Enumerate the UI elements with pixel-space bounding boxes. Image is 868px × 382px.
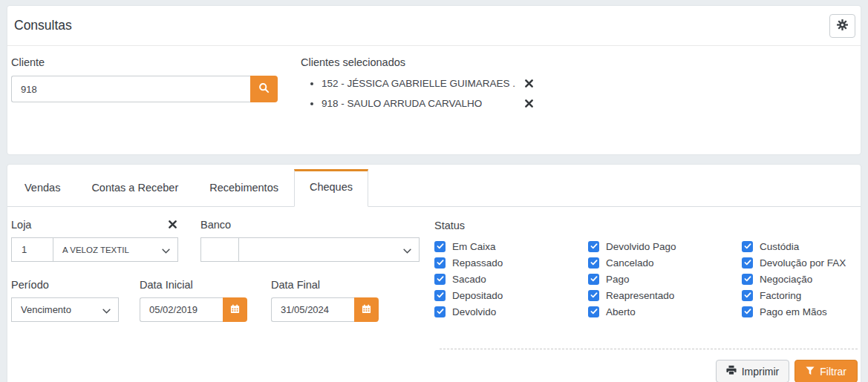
loja-label: Loja <box>11 219 31 231</box>
checkbox-checked-icon[interactable] <box>742 257 753 269</box>
checkbox-devolucao-por-fax[interactable]: Devolução por FAX <box>742 254 868 271</box>
imprimir-button[interactable]: Imprimir <box>716 360 790 382</box>
list-item: 152 - JÉSSICA GABRIELLE GUIMARAES ... <box>322 78 535 89</box>
cliente-label: Cliente <box>11 56 278 68</box>
banco-number-input[interactable] <box>200 237 239 262</box>
checkbox-custodia[interactable]: Custódia <box>742 238 868 254</box>
data-inicial-calendar-button[interactable] <box>223 297 247 322</box>
filters-panel: Vendas Contas a Receber Recebimentos Che… <box>7 165 861 382</box>
calendar-icon <box>230 304 240 316</box>
loja-select-value: A VELOZ TEXTIL <box>62 246 129 254</box>
checkbox-label: Devolvido <box>452 306 496 317</box>
search-button[interactable] <box>250 76 278 102</box>
checkbox-depositado[interactable]: Depositado <box>434 287 588 303</box>
checkbox-checked-icon[interactable] <box>434 257 446 269</box>
checkbox-label: Repassado <box>452 257 503 269</box>
selected-clients-list: 152 - JÉSSICA GABRIELLE GUIMARAES ... 91… <box>301 78 535 109</box>
chevron-down-icon <box>403 243 411 257</box>
checkbox-checked-icon[interactable] <box>742 306 753 317</box>
chevron-down-icon <box>102 303 111 317</box>
chevron-down-icon <box>162 243 170 257</box>
checkbox-negociacao[interactable]: Negociação <box>742 271 868 287</box>
data-inicial-input[interactable] <box>140 297 223 322</box>
tab-bar: Vendas Contas a Receber Recebimentos Che… <box>7 165 861 207</box>
checkbox-devolvido-pago[interactable]: Devolvido Pago <box>588 238 742 254</box>
checkbox-checked-icon[interactable] <box>588 274 599 285</box>
checkbox-checked-icon[interactable] <box>434 306 446 317</box>
periodo-label: Período <box>11 279 49 291</box>
checkbox-checked-icon[interactable] <box>588 290 599 301</box>
tab-contas-a-receber[interactable]: Contas a Receber <box>76 171 194 206</box>
checkbox-aberto[interactable]: Aberto <box>588 303 742 320</box>
checkbox-label: Factoring <box>760 290 801 301</box>
clear-loja-button[interactable] <box>167 220 178 229</box>
client-name: 152 - JÉSSICA GABRIELLE GUIMARAES ... <box>322 78 516 89</box>
data-final-input[interactable] <box>271 297 354 322</box>
checkbox-label: Pago em Mãos <box>760 306 827 317</box>
list-item: 918 - SAULO ARRUDA CARVALHO <box>322 98 535 109</box>
consultas-panel: Consultas <box>7 6 861 154</box>
checkbox-label: Cancelado <box>606 257 654 269</box>
checkbox-checked-icon[interactable] <box>434 241 446 252</box>
checkbox-label: Devolvido Pago <box>606 241 676 252</box>
checkbox-label: Devolução por FAX <box>760 257 846 269</box>
checkbox-label: Custódia <box>760 241 799 252</box>
checkbox-label: Reapresentado <box>606 290 674 301</box>
checkbox-reapresentado[interactable]: Reapresentado <box>588 287 742 303</box>
checkbox-factoring[interactable]: Factoring <box>742 287 868 303</box>
checkbox-label: Depositado <box>452 290 503 301</box>
banco-select[interactable] <box>239 237 420 262</box>
checkbox-repassado[interactable]: Repassado <box>434 254 588 271</box>
printer-icon <box>726 365 737 378</box>
checkbox-label: Aberto <box>606 306 636 317</box>
checkbox-em-caixa[interactable]: Em Caixa <box>434 238 588 254</box>
checkbox-checked-icon[interactable] <box>434 274 446 285</box>
checkbox-checked-icon[interactable] <box>742 290 753 301</box>
checkbox-pago[interactable]: Pago <box>588 271 742 287</box>
checkbox-label: Negociação <box>760 274 812 285</box>
checkbox-checked-icon[interactable] <box>742 241 753 252</box>
checkbox-devolvido[interactable]: Devolvido <box>434 303 588 320</box>
checkbox-sacado[interactable]: Sacado <box>434 271 588 287</box>
x-icon <box>525 79 533 90</box>
client-name: 918 - SAULO ARRUDA CARVALHO <box>322 98 482 109</box>
footer-separator <box>440 349 858 349</box>
data-final-calendar-button[interactable] <box>354 297 379 322</box>
tab-cheques[interactable]: Cheques <box>294 169 368 207</box>
panel-header: Consultas <box>7 6 861 46</box>
filtrar-button[interactable]: Filtrar <box>794 360 858 382</box>
filtrar-label: Filtrar <box>820 366 846 378</box>
data-inicial-label: Data Inicial <box>140 279 193 291</box>
clientes-selecionados-label: Clientes selecionados <box>301 56 535 68</box>
checkbox-cancelado[interactable]: Cancelado <box>588 254 742 271</box>
loja-select[interactable]: A VELOZ TEXTIL <box>53 237 178 262</box>
remove-client-button[interactable] <box>523 79 535 88</box>
checkbox-checked-icon[interactable] <box>742 274 753 285</box>
status-label: Status <box>434 220 868 232</box>
tab-vendas[interactable]: Vendas <box>9 171 76 206</box>
remove-client-button[interactable] <box>523 99 535 108</box>
checkbox-label: Em Caixa <box>452 241 496 252</box>
status-checkbox-grid: Em Caixa Repassado Sacado Depositado <box>434 238 868 320</box>
checkbox-checked-icon[interactable] <box>588 306 599 317</box>
checkbox-checked-icon[interactable] <box>588 241 599 252</box>
calendar-icon <box>362 304 371 316</box>
tab-recebimentos[interactable]: Recebimentos <box>194 171 294 206</box>
filter-icon <box>806 366 815 378</box>
cliente-input[interactable] <box>11 76 250 102</box>
checkbox-pago-em-maos[interactable]: Pago em Mãos <box>742 303 868 320</box>
x-icon <box>525 99 533 110</box>
gear-icon <box>836 19 849 33</box>
checkbox-checked-icon[interactable] <box>588 257 599 269</box>
periodo-select-value: Vencimento <box>21 304 71 315</box>
loja-number-input[interactable] <box>11 237 53 262</box>
checkbox-label: Sacado <box>452 274 486 285</box>
checkbox-label: Pago <box>606 274 630 285</box>
imprimir-label: Imprimir <box>742 366 780 378</box>
data-final-label: Data Final <box>271 279 320 291</box>
periodo-select[interactable]: Vencimento <box>11 297 119 322</box>
x-icon <box>169 220 177 231</box>
search-icon <box>258 82 270 96</box>
checkbox-checked-icon[interactable] <box>434 290 446 301</box>
settings-button[interactable] <box>829 14 855 38</box>
